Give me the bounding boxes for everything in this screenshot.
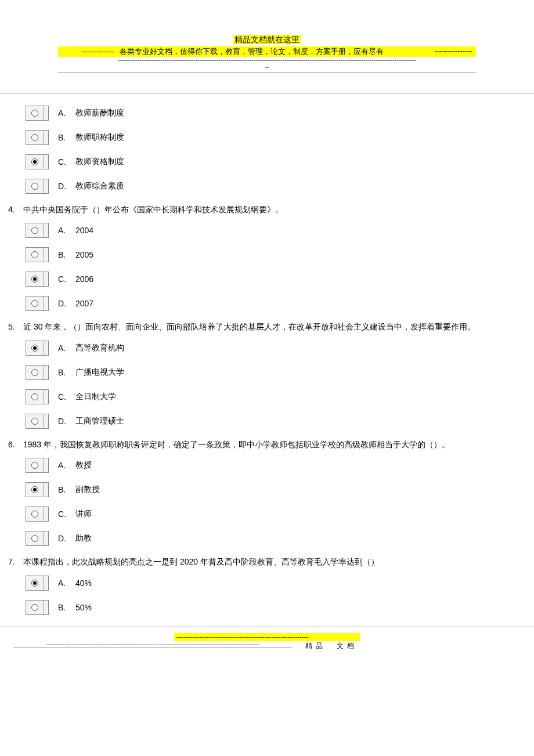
question-number: 7. — [8, 555, 23, 568]
radio-button[interactable] — [26, 389, 43, 404]
radio-icon — [31, 418, 38, 425]
radio-divider — [43, 247, 49, 262]
question-body: 中共中央国务院于（）年公布《国家中长期科学和技术发展规划纲要》。 — [23, 205, 283, 214]
radio-icon — [31, 183, 38, 190]
radio-button[interactable] — [26, 272, 43, 287]
header-subtitle: ------------- 各类专业好文档，值得你下载，教育，管理，论文，制度，… — [58, 46, 476, 57]
option-row: A.40% — [26, 572, 526, 594]
option-letter: B. — [58, 603, 75, 612]
radio-selected-icon — [31, 580, 38, 587]
page-header: 精品文档就在这里 ------------- 各类专业好文档，值得你下载，教育，… — [0, 0, 534, 78]
question-text: 4.中共中央国务院于（）年公布《国家中长期科学和技术发展规划纲要》。 — [8, 200, 526, 217]
option-text: 工商管理硕士 — [75, 416, 124, 426]
option-letter: B. — [58, 485, 75, 494]
question: 6.1983 年，我国恢复教师职称职务评定时，确定了一条政策，即中小学教师包括职… — [8, 435, 526, 549]
option-text: 教师资格制度 — [75, 157, 124, 167]
option-text: 40% — [75, 578, 92, 588]
header-dashes-right: --------------- — [435, 46, 472, 55]
header-subtitle-text: 各类专业好文档，值得你下载，教育，管理，论文，制度，方案手册，应有尽有 — [120, 47, 384, 56]
option-text: 教师薪酬制度 — [75, 108, 124, 118]
option-letter: C. — [58, 509, 75, 519]
option-letter: C. — [58, 157, 75, 167]
question: 5.近 30 年来，（）面向农村、面向企业、面向部队培养了大批的基层人才，在改革… — [8, 317, 526, 432]
option-row: A.教授 — [26, 454, 526, 476]
header-dashes-left: ------------- — [81, 47, 114, 56]
question-text: 5.近 30 年来，（）面向农村、面向企业、面向部队培养了大批的基层人才，在改革… — [8, 317, 526, 334]
radio-divider — [43, 458, 49, 473]
option-row: B.50% — [26, 596, 526, 618]
question-body: 1983 年，我国恢复教师职称职务评定时，确定了一条政策，即中小学教师包括职业学… — [23, 440, 450, 449]
option-text: 2006 — [75, 274, 93, 284]
option-row: D.教师综合素质 — [26, 175, 526, 197]
radio-button[interactable] — [26, 414, 43, 429]
radio-button[interactable] — [26, 600, 43, 615]
option-text: 教师综合素质 — [75, 181, 124, 191]
option-letter: A. — [58, 578, 75, 588]
radio-button[interactable] — [26, 223, 43, 238]
radio-button[interactable] — [26, 130, 43, 145]
radio-divider — [43, 365, 49, 380]
radio-button[interactable] — [26, 179, 43, 194]
option-letter: D. — [58, 299, 75, 308]
radio-selected-icon — [31, 158, 38, 165]
radio-icon — [31, 369, 38, 376]
option-row: D.工商管理硕士 — [26, 410, 526, 432]
option-row: B.广播电视大学 — [26, 361, 526, 384]
radio-divider — [43, 414, 49, 429]
radio-icon — [31, 462, 38, 469]
radio-divider — [43, 296, 49, 311]
radio-selected-icon — [31, 276, 38, 283]
radio-button[interactable] — [26, 296, 43, 311]
option-row: C.教师资格制度 — [26, 151, 526, 173]
header-dotted-line: ----------------------------------------… — [58, 57, 476, 73]
radio-button[interactable] — [26, 531, 43, 546]
radio-button[interactable] — [26, 482, 43, 497]
radio-divider — [43, 130, 49, 145]
content-area: A.教师薪酬制度B.教师职称制度C.教师资格制度D.教师综合素质4.中共中央国务… — [0, 93, 534, 627]
question: 4.中共中央国务院于（）年公布《国家中长期科学和技术发展规划纲要》。A.2004… — [8, 200, 526, 314]
radio-selected-icon — [31, 345, 38, 352]
radio-button[interactable] — [26, 576, 43, 591]
radio-button[interactable] — [26, 341, 43, 356]
footer-highlight: ----------------------------------------… — [174, 633, 360, 641]
radio-button[interactable] — [26, 106, 43, 121]
option-letter: B. — [58, 133, 75, 142]
radio-divider — [43, 531, 49, 546]
footer-dashes: ----------------------------------------… — [176, 633, 309, 641]
radio-button[interactable] — [26, 154, 43, 169]
option-text: 全日制大学 — [75, 392, 116, 402]
option-row: C.全日制大学 — [26, 386, 526, 408]
radio-divider — [43, 179, 49, 194]
radio-icon — [31, 511, 38, 518]
option-text: 2005 — [75, 250, 93, 259]
option-text: 广播电视大学 — [75, 367, 124, 378]
radio-divider — [43, 223, 49, 238]
radio-button[interactable] — [26, 247, 43, 262]
option-row: B.教师职称制度 — [26, 126, 526, 149]
option-letter: A. — [58, 343, 75, 353]
radio-button[interactable] — [26, 458, 43, 473]
option-text: 助教 — [75, 533, 92, 544]
option-letter: C. — [58, 392, 75, 401]
option-letter: A. — [58, 226, 75, 235]
question-body: 本课程指出，此次战略规划的亮点之一是到 2020 年普及高中阶段教育、高等教育毛… — [23, 557, 379, 566]
option-letter: D. — [58, 417, 75, 426]
radio-icon — [31, 227, 38, 234]
option-text: 50% — [75, 603, 92, 612]
question-number: 4. — [8, 203, 23, 216]
option-letter: D. — [58, 534, 75, 543]
option-row: D.2007 — [26, 292, 526, 314]
option-letter: B. — [58, 368, 75, 377]
radio-selected-icon — [31, 486, 38, 493]
option-row: C.2006 — [26, 268, 526, 290]
option-letter: C. — [58, 274, 75, 284]
option-row: B.2005 — [26, 244, 526, 266]
question-body: 近 30 年来，（）面向农村、面向企业、面向部队培养了大批的基层人才，在改革开放… — [23, 322, 475, 331]
option-text: 2007 — [75, 299, 93, 308]
radio-icon — [31, 251, 38, 258]
radio-icon — [31, 393, 38, 400]
option-letter: A. — [58, 461, 75, 470]
radio-divider — [43, 507, 49, 522]
radio-button[interactable] — [26, 365, 43, 380]
radio-button[interactable] — [26, 507, 43, 522]
